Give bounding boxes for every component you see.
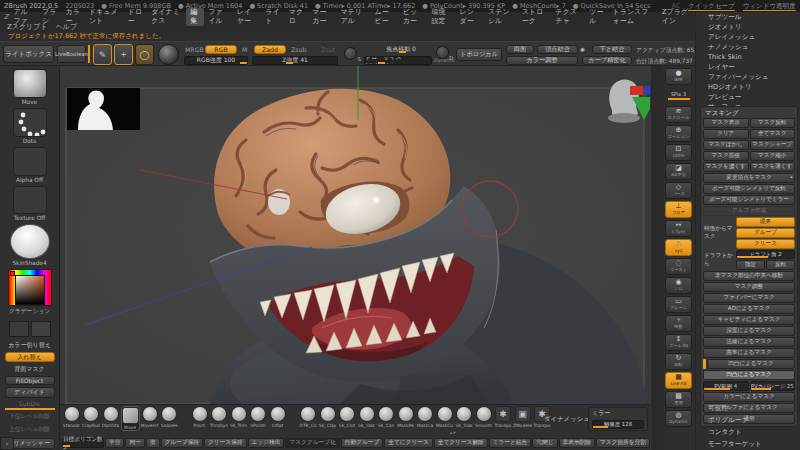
weld-points-button[interactable]: 頂点結合 bbox=[537, 45, 578, 54]
mask-slider-PVカバレージ 25[interactable]: PVカバレージ 25 bbox=[750, 381, 796, 391]
xyz-axis-button[interactable]: ∴xyz bbox=[665, 239, 692, 256]
brush-DamSta[interactable]: DamSta bbox=[101, 406, 120, 428]
m-toggle[interactable]: M bbox=[239, 45, 250, 54]
action-全てクリース解除[interactable]: 全てクリース解除 bbox=[434, 438, 488, 448]
viewport-canvas[interactable] bbox=[60, 66, 650, 404]
palette-item-HDジオメトリ[interactable]: HDジオメトリ bbox=[696, 82, 800, 92]
brush-ClayBuil[interactable]: ClayBuil bbox=[82, 406, 101, 428]
sculptris-sphere-button[interactable] bbox=[158, 44, 179, 65]
floor-grid-button[interactable]: ⊥フロア bbox=[665, 201, 692, 218]
menu-テクスチャ[interactable]: テクスチャ bbox=[551, 8, 585, 26]
brush-Inflat[interactable]: Inflat bbox=[268, 406, 287, 428]
menu-マーカー[interactable]: マーカー bbox=[308, 8, 336, 26]
menu-ステンシル[interactable]: ステンシル bbox=[484, 8, 518, 26]
solo-button[interactable]: ◉ソロ bbox=[665, 277, 692, 294]
menu-Zスクリプト[interactable]: Zスクリプト bbox=[3, 23, 52, 32]
menu-ピッカー[interactable]: ピッカー bbox=[399, 8, 428, 26]
tray-resize-handle[interactable]: ▴▾ bbox=[450, 430, 457, 435]
weld-gear-icon[interactable]: ✱ bbox=[580, 46, 585, 53]
mask-button-反転[interactable]: 反転 bbox=[766, 260, 795, 270]
palette-item-プレビュー[interactable]: プレビュー bbox=[696, 92, 800, 102]
zoom-3d-button[interactable]: ↕ズーム3D bbox=[665, 334, 692, 351]
window-opacity-button[interactable]: ウィンドウ透明度 bbox=[743, 2, 796, 11]
palette-item-ファイバーメッシュ[interactable]: ファイバーメッシュ bbox=[696, 72, 800, 82]
zsub-toggle[interactable]: Zsub bbox=[288, 45, 309, 54]
double-sided-button[interactable]: 両面 bbox=[506, 45, 534, 54]
menu-ムービー[interactable]: ムービー bbox=[370, 8, 398, 26]
mask-slider-PV範囲 4[interactable]: PV範囲 4 bbox=[703, 381, 749, 391]
target-polygon-slider[interactable]: 目標ポリゴン数 5 bbox=[62, 438, 104, 448]
menu-ツール[interactable]: ツール bbox=[585, 8, 608, 26]
brush-TrimDyn[interactable]: TrimDyn bbox=[210, 406, 229, 428]
menu-レンダー[interactable]: レンダー bbox=[456, 8, 485, 26]
switch-color-button[interactable]: カラー切り替え bbox=[5, 340, 55, 350]
scroll-button[interactable]: ≋スクロール bbox=[665, 106, 692, 123]
menu-レイヤー[interactable]: レイヤー bbox=[233, 8, 262, 26]
palette-item-コンタクト[interactable]: コンタクト bbox=[696, 426, 800, 438]
brush-MaskPe[interactable]: MaskPe bbox=[396, 406, 415, 428]
texture-thumbnail[interactable] bbox=[13, 186, 47, 215]
fill-object-button[interactable]: FillObject bbox=[5, 376, 55, 385]
current-brush-thumbnail[interactable] bbox=[13, 69, 47, 98]
delete-lower-button[interactable]: 下位レベル削除 bbox=[9, 412, 50, 421]
main-color-swatch[interactable] bbox=[9, 321, 29, 337]
edit-object-button[interactable]: ✎ bbox=[93, 44, 112, 65]
zadd-toggle[interactable]: Zadd bbox=[254, 45, 286, 54]
zoom-in-button[interactable]: ⊕ズームイン bbox=[665, 125, 692, 142]
mrgb-toggle[interactable]: MRGB bbox=[182, 45, 207, 54]
action-グループ保持[interactable]: グループ保持 bbox=[161, 438, 204, 448]
live-boolean-button[interactable]: LiveBoolean bbox=[57, 45, 86, 63]
mask-button-指定[interactable]: 指定 bbox=[736, 260, 765, 270]
menu-ヘルプ[interactable]: ヘルプ bbox=[52, 23, 82, 32]
action-自動グループ[interactable]: 自動グループ bbox=[341, 438, 384, 448]
menu-ライト[interactable]: ライト bbox=[261, 8, 284, 26]
spix-slider[interactable]: SPix 3 bbox=[665, 87, 692, 104]
brush-DTR_Ck[interactable]: DTR_Ck bbox=[299, 406, 318, 428]
mask-button-ポーズ可能シンメトリで反転[interactable]: ポーズ可能シンメトリで反転 bbox=[703, 184, 795, 194]
curve-refine-button[interactable]: カーブ精密化 bbox=[582, 56, 632, 65]
brush-SK_Can[interactable]: SK_Can bbox=[377, 406, 396, 428]
rgb-intensity-slider[interactable]: RGB強度 100 bbox=[184, 56, 248, 65]
palette-item-ナノメッシュ[interactable]: ナノメッシュ bbox=[696, 42, 800, 52]
action-マスクグループ化[interactable]: マスクグループ化 bbox=[285, 438, 339, 448]
paint-mode-button[interactable]: ◯ bbox=[135, 44, 154, 65]
stroke-type-thumbnail[interactable] bbox=[13, 108, 47, 137]
brush-Move[interactable]: Move bbox=[121, 406, 140, 431]
mask-button-マスクシャープ[interactable]: マスクシャープ bbox=[750, 140, 796, 150]
brush-SK_Slas[interactable]: SK_Slas bbox=[357, 406, 376, 428]
mask-button-マスク調整[interactable]: マスク調整 bbox=[703, 282, 795, 292]
stroke-dial[interactable]: S bbox=[344, 47, 357, 60]
quicksave-button[interactable]: クイックセーブ bbox=[688, 2, 734, 11]
alpha-thumbnail[interactable] bbox=[13, 147, 47, 176]
actual-size-button[interactable]: ⊡100% bbox=[665, 144, 692, 161]
palette-item-レイヤー[interactable]: レイヤー bbox=[696, 62, 800, 72]
canvas-scrollbar-gutter[interactable] bbox=[650, 66, 662, 450]
mask-button-マスク表示[interactable]: マスク表示 bbox=[703, 118, 749, 128]
brush-Standar[interactable]: Standar bbox=[62, 406, 81, 428]
menu-ダイナミクス[interactable]: ダイナミクス bbox=[147, 8, 186, 26]
corner-expand-button[interactable]: › bbox=[0, 437, 14, 450]
subdiv-slider[interactable]: SubDiv bbox=[5, 400, 55, 410]
mask-button-AOによるマスク[interactable]: AOによるマスク bbox=[703, 304, 795, 314]
secondary-color-swatch[interactable] bbox=[31, 321, 51, 337]
menu-環境設定[interactable]: 環境設定 bbox=[427, 8, 455, 26]
menu-編集[interactable]: 編集 bbox=[186, 8, 204, 26]
brush-MoveInf[interactable]: MoveInf bbox=[140, 406, 159, 428]
brush-Pinch[interactable]: Pinch bbox=[190, 406, 209, 428]
perspective-button[interactable]: ◇パース bbox=[665, 182, 692, 199]
mask-button-凹凸によるマスク[interactable]: 凹凸によるマスク bbox=[707, 359, 795, 369]
brush-SK_Clay[interactable]: SK_Clay bbox=[318, 406, 337, 428]
draw-size-slider[interactable]: ドローサイズ 20.00594 bbox=[364, 56, 432, 65]
topological-button[interactable]: トポロジカル bbox=[456, 48, 502, 61]
mask-button-全てマスク[interactable]: 全てマスク bbox=[750, 129, 796, 139]
brush-SK_Trim[interactable]: SK_Trim bbox=[229, 406, 248, 428]
rgb-toggle[interactable]: RGB bbox=[205, 45, 237, 54]
delete-higher-button[interactable]: 上位レベル削除 bbox=[9, 425, 50, 434]
brush-Transpo[interactable]: ✱Transpo bbox=[494, 406, 513, 428]
mask-button-マスク縮小[interactable]: マスク縮小 bbox=[750, 151, 796, 161]
palette-item-モーフターゲット[interactable]: モーフターゲット bbox=[696, 438, 800, 450]
action-全てにクリース[interactable]: 全てにクリース bbox=[384, 438, 432, 448]
dynamic-button[interactable]: ◍Dynamic bbox=[665, 410, 692, 427]
mask-button-キャビティによるマスク[interactable]: キャビティによるマスク bbox=[703, 315, 795, 325]
aa-half-button[interactable]: ◪AA半分 bbox=[665, 163, 692, 180]
